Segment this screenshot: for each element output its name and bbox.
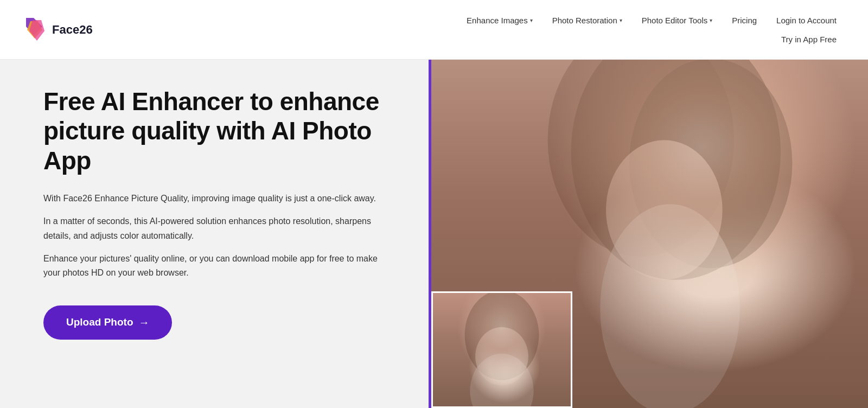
thumbnail-figure (433, 293, 571, 406)
nav-login[interactable]: Login to Account (767, 11, 846, 29)
hero-photo-background (431, 60, 868, 408)
nav-try-app[interactable]: Try in App Free (771, 30, 846, 48)
svg-point-4 (600, 204, 740, 408)
hero-description-3: Enhance your pictures' quality online, o… (43, 252, 396, 280)
nav-pricing[interactable]: Pricing (722, 11, 767, 29)
left-panel: Free AI Enhancer to enhance picture qual… (0, 60, 429, 408)
nav-row-bottom: Try in App Free (771, 30, 846, 48)
nav-photo-restoration[interactable]: Photo Restoration ▾ (542, 11, 632, 29)
nav-enhance-images[interactable]: Enhance Images ▾ (457, 11, 542, 29)
main-content: Free AI Enhancer to enhance picture qual… (0, 60, 868, 408)
brand-name: Face26 (52, 23, 93, 37)
right-panel (429, 60, 868, 408)
thumbnail-overlay-svg (433, 293, 571, 406)
upload-photo-button[interactable]: Upload Photo → (43, 305, 172, 340)
header: Face26 Enhance Images ▾ Photo Restoratio… (0, 0, 868, 60)
before-photo-thumbnail (431, 291, 572, 408)
nav-container: Enhance Images ▾ Photo Restoration ▾ Pho… (93, 11, 846, 48)
enhance-images-chevron-icon: ▾ (530, 17, 533, 23)
hero-description-1: With Face26 Enhance Picture Quality, imp… (43, 192, 396, 206)
logo-area[interactable]: Face26 (22, 16, 93, 44)
hero-description-2: In a matter of seconds, this AI-powered … (43, 214, 396, 243)
hero-title: Free AI Enhancer to enhance picture qual… (43, 87, 396, 175)
nav-row-top: Enhance Images ▾ Photo Restoration ▾ Pho… (457, 11, 846, 29)
arrow-right-icon: → (138, 316, 149, 329)
photo-restoration-chevron-icon: ▾ (620, 17, 622, 23)
photo-editor-tools-chevron-icon: ▾ (710, 17, 712, 23)
nav-photo-editor-tools[interactable]: Photo Editor Tools ▾ (632, 11, 722, 29)
brand-logo-icon (22, 16, 47, 44)
